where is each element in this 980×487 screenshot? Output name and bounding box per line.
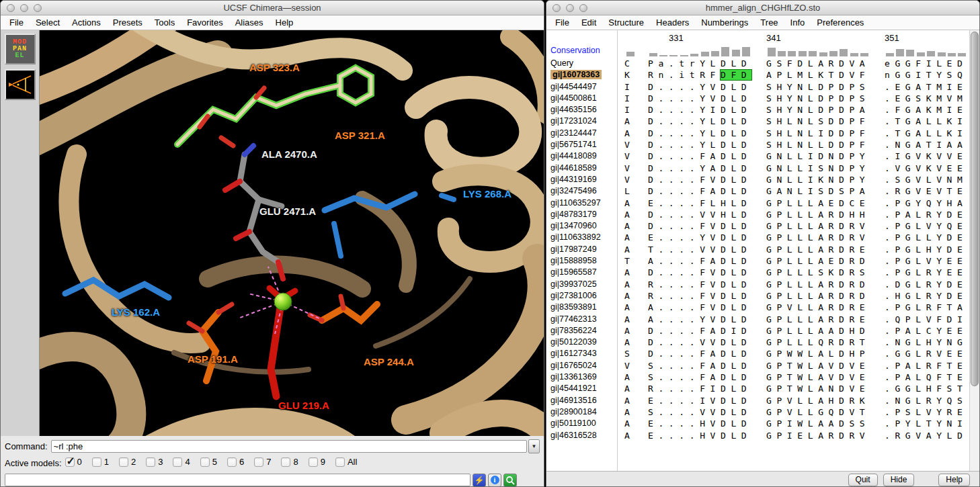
sequence-name[interactable]: gi|77462313 bbox=[546, 314, 617, 325]
sequence-row[interactable]: TA....FADLDGPLLLAEDRD.PGLVYEE bbox=[618, 255, 979, 267]
sequence-row[interactable]: VD....FVDLDGNLLIKNDPY.SGVLVNM bbox=[618, 174, 979, 185]
sequence-name[interactable]: Query bbox=[546, 58, 617, 69]
sequence-name[interactable]: gi|83593891 bbox=[546, 302, 617, 313]
sequence-name[interactable]: gi|27381006 bbox=[546, 290, 617, 302]
sequence-name[interactable]: gi|110635297 bbox=[546, 197, 617, 209]
sequence-row[interactable]: AD....FVDLDGPLLLSKDRS.PGLRYEE bbox=[618, 267, 979, 278]
sequence-row[interactable]: AD....YLDLDSHLNLSDDPF.TGALLKI bbox=[618, 116, 979, 127]
sequence-row[interactable]: VD....YLDLDSHLNLLDDPF.NGATIAA bbox=[618, 139, 979, 150]
quit-button[interactable]: Quit bbox=[848, 474, 878, 486]
sequence-row[interactable]: ID....YVDLDSHYNLDPDPS.EGSKMVM bbox=[618, 93, 979, 104]
sequence-name[interactable]: gi|46913516 bbox=[546, 395, 617, 406]
sequence-row[interactable]: SD....FADLDGPWWLALDHP.GGLRVEE bbox=[618, 348, 979, 359]
sequence-name[interactable]: gi|32475496 bbox=[546, 185, 617, 197]
model-checkbox-1[interactable]: 1 bbox=[92, 457, 109, 467]
model-panel-button[interactable]: MOD PAN EL bbox=[5, 34, 36, 64]
model-checkbox-6[interactable]: 6 bbox=[227, 457, 244, 467]
sequence-name[interactable]: gi|17231024 bbox=[546, 116, 617, 127]
sequence-name[interactable]: gi|50119100 bbox=[546, 418, 617, 429]
hide-button[interactable]: Hide bbox=[883, 474, 915, 486]
menu-preferences[interactable]: Preferences bbox=[811, 15, 870, 30]
tasks-button[interactable] bbox=[503, 474, 517, 487]
help-button[interactable]: Help bbox=[938, 474, 970, 486]
scrollbar-thumb[interactable] bbox=[971, 32, 979, 386]
command-history-dropdown[interactable]: ▼ bbox=[528, 439, 540, 453]
sequence-name[interactable]: gi|44500861 bbox=[546, 93, 617, 104]
menu-tools[interactable]: Tools bbox=[149, 15, 181, 30]
sequence-row[interactable]: VD....YADLDGNLLISNDPY.VGVKVEE bbox=[618, 163, 979, 174]
close-button[interactable] bbox=[553, 4, 561, 12]
sequence-name[interactable]: gi|56751741 bbox=[546, 139, 617, 150]
sequence-row[interactable]: AR....FIDLDGPTWLANDVE.GGLHFST bbox=[618, 383, 979, 394]
sequence-name[interactable]: gi|15965587 bbox=[546, 267, 617, 278]
status-input[interactable] bbox=[5, 474, 471, 486]
sequence-row[interactable]: AE....YVDLDGPLLLARDRV.PGLLYDE bbox=[618, 232, 979, 243]
zoom-button[interactable] bbox=[34, 4, 42, 12]
sequence-row[interactable]: AS....FADLDGPTWLAVDVE.PALQFTE bbox=[618, 371, 979, 383]
sequence-row[interactable]: AD....YLDLDSHLNLIDDPF.TGALLKI bbox=[618, 128, 979, 139]
menu-numberings[interactable]: Numberings bbox=[695, 15, 754, 30]
sequence-name[interactable]: gi|44635156 bbox=[546, 104, 617, 116]
model-checkbox-0[interactable]: 0 bbox=[65, 457, 82, 467]
sequence-row[interactable]: LD....FADLDGANLISDSPA.RGVEVTE bbox=[618, 185, 979, 197]
menu-presets[interactable]: Presets bbox=[107, 15, 149, 30]
side-view-button[interactable] bbox=[5, 69, 36, 100]
sequence-name[interactable]: gi|44544497 bbox=[546, 81, 617, 93]
alignment-area[interactable]: 331 341 351 CPa.trYLDLDGSFDLARDVAeGGFILE… bbox=[618, 30, 979, 471]
sequence-row[interactable]: AE....IVDLDGPVLLAHDRK.NGLRYQS bbox=[618, 395, 979, 406]
menu-edit[interactable]: Edit bbox=[575, 15, 602, 30]
info-button[interactable]: i bbox=[488, 474, 501, 487]
sequence-name[interactable]: gi|50122039 bbox=[546, 337, 617, 348]
menu-help[interactable]: Help bbox=[270, 15, 300, 30]
sequence-name[interactable]: gi|45441921 bbox=[546, 383, 617, 394]
menu-actions[interactable]: Actions bbox=[66, 15, 107, 30]
sequence-name[interactable]: gi|16765024 bbox=[546, 360, 617, 371]
sequence-name[interactable]: gi|13361369 bbox=[546, 371, 617, 383]
model-checkbox-9[interactable]: 9 bbox=[309, 457, 325, 467]
minimize-button[interactable] bbox=[20, 4, 28, 12]
sequence-name[interactable]: gi|39937025 bbox=[546, 279, 617, 290]
sequence-name[interactable]: gi|78356224 bbox=[546, 325, 617, 337]
menu-tree[interactable]: Tree bbox=[754, 15, 784, 30]
sequence-row[interactable]: AS....VVDLDGPVLLGQDVT.PSLVYRE bbox=[618, 406, 979, 418]
close-button[interactable] bbox=[7, 4, 15, 12]
model-checkbox-5[interactable]: 5 bbox=[200, 457, 217, 467]
sequence-row[interactable]: AD....FVDLDGPLLLARDRV.PGLVYQE bbox=[618, 220, 979, 232]
sequence-name[interactable]: gi|13470960 bbox=[546, 220, 617, 232]
sequence-row[interactable]: AT....VVDLDGPLLLARDRE.PGLHYDE bbox=[618, 244, 979, 255]
sequence-name[interactable]: gi|23124447 bbox=[546, 128, 617, 139]
sequence-name[interactable]: gi|48783179 bbox=[546, 209, 617, 220]
sequence-row[interactable]: AE....FLHLDGPLLLAEDCE.PGYQYHA bbox=[618, 197, 979, 209]
sequence-name[interactable]: gi|44319169 bbox=[546, 174, 617, 185]
sequence-name[interactable]: gi|44618589 bbox=[546, 163, 617, 174]
model-checkbox-All[interactable]: All bbox=[335, 457, 357, 467]
minimize-button[interactable] bbox=[566, 4, 574, 12]
model-checkbox-3[interactable]: 3 bbox=[146, 457, 163, 467]
sequence-row[interactable]: CPa.trYLDLDGSFDLARDVAeGGFILED bbox=[618, 58, 979, 69]
conservation-label[interactable]: Conservation bbox=[546, 44, 617, 58]
menu-structure[interactable]: Structure bbox=[602, 15, 650, 30]
sequence-row[interactable]: VD....FADLDGNLLIDNDPY.IGVKVVE bbox=[618, 150, 979, 162]
sequence-name[interactable]: gi|46316528 bbox=[546, 430, 617, 441]
model-checkbox-4[interactable]: 4 bbox=[173, 457, 190, 467]
3d-viewport[interactable]: ASP 323.AASP 321.AALA 2470.AGLU 2471.ALY… bbox=[40, 30, 544, 436]
menu-headers[interactable]: Headers bbox=[650, 15, 695, 30]
sequence-row[interactable]: AR....FVDLDGPLLLARDRD.DGLRYDE bbox=[618, 279, 979, 290]
sequence-row[interactable]: ID....YIDLDSHYNLDPDPA.FGAKMIE bbox=[618, 104, 979, 116]
sequence-name[interactable]: gi|16127343 bbox=[546, 348, 617, 359]
menu-info[interactable]: Info bbox=[784, 15, 811, 30]
accelerators-button[interactable]: ⚡ bbox=[473, 474, 486, 487]
zoom-button[interactable] bbox=[579, 4, 587, 12]
model-checkbox-8[interactable]: 8 bbox=[281, 457, 298, 467]
sequence-row[interactable]: AE....HVDLDGPIELARDRV.RGVAYLD bbox=[618, 430, 979, 441]
sequence-row[interactable]: AA....YVDLDGPLLLARDRE.QPLVFDI bbox=[618, 314, 979, 325]
sequence-name[interactable]: gi|15888958 bbox=[546, 255, 617, 267]
sequence-row[interactable]: AD....VVDLDGPLLLQRDRT.NGLHYNG bbox=[618, 337, 979, 348]
sequence-name[interactable]: gi|110633892 bbox=[546, 232, 617, 243]
sequence-name[interactable]: gi|44418089 bbox=[546, 150, 617, 162]
vertical-scrollbar[interactable] bbox=[969, 30, 979, 471]
sequence-name[interactable]: gi|16078363 bbox=[546, 69, 617, 81]
menu-aliases[interactable]: Aliases bbox=[229, 15, 270, 30]
menu-favorites[interactable]: Favorites bbox=[181, 15, 229, 30]
sequence-name[interactable]: gi|28900184 bbox=[546, 406, 617, 418]
